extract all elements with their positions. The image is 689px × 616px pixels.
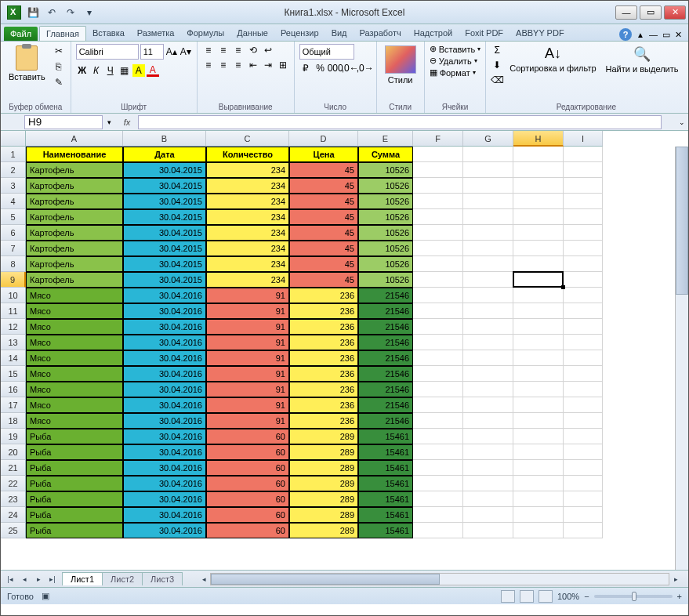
tab-foxit pdf[interactable]: Foxit PDF — [459, 26, 509, 41]
autosum-button[interactable]: Σ — [491, 44, 503, 56]
row-header-17[interactable]: 17 — [1, 397, 26, 413]
cell-D22[interactable]: 289 — [289, 476, 358, 491]
cell-B16[interactable]: 30.04.2016 — [123, 382, 206, 397]
cell-B18[interactable]: 30.04.2016 — [123, 413, 206, 429]
cell-I15[interactable] — [564, 366, 603, 382]
row-header-18[interactable]: 18 — [1, 413, 26, 429]
zoom-level[interactable]: 100% — [557, 592, 579, 601]
cell-C24[interactable]: 60 — [206, 507, 289, 523]
cell-E15[interactable]: 21546 — [358, 366, 413, 382]
row-header-11[interactable]: 11 — [1, 303, 26, 319]
cell-F4[interactable] — [413, 194, 463, 209]
row-header-21[interactable]: 21 — [1, 460, 26, 476]
cell-I11[interactable] — [564, 303, 603, 319]
cell-B14[interactable]: 30.04.2016 — [123, 350, 206, 366]
cell-G1[interactable] — [463, 147, 513, 162]
cell-G20[interactable] — [463, 444, 513, 460]
cell-G4[interactable] — [463, 194, 513, 209]
cell-H10[interactable] — [513, 288, 564, 303]
cell-C25[interactable]: 60 — [206, 523, 289, 538]
bold-button[interactable]: Ж — [76, 64, 89, 77]
cell-G21[interactable] — [463, 460, 513, 476]
col-header-D[interactable]: D — [289, 131, 358, 147]
cell-G22[interactable] — [463, 476, 513, 491]
cell-H5[interactable] — [513, 209, 564, 225]
cell-I22[interactable] — [564, 476, 603, 491]
cell-G2[interactable] — [463, 162, 513, 178]
row-header-25[interactable]: 25 — [1, 523, 26, 538]
cell-A11[interactable]: Мясо — [26, 303, 123, 319]
cell-A1[interactable]: Наименование — [26, 147, 123, 162]
cell-D13[interactable]: 236 — [289, 335, 358, 350]
row-header-2[interactable]: 2 — [1, 162, 26, 178]
tab-разметка[interactable]: Разметка — [131, 26, 181, 41]
cell-C15[interactable]: 91 — [206, 366, 289, 382]
cell-C21[interactable]: 60 — [206, 460, 289, 476]
row-header-13[interactable]: 13 — [1, 335, 26, 350]
cell-G25[interactable] — [463, 523, 513, 538]
cell-I24[interactable] — [564, 507, 603, 523]
cell-A13[interactable]: Мясо — [26, 335, 123, 350]
name-box[interactable] — [24, 115, 103, 129]
cell-C18[interactable]: 91 — [206, 413, 289, 429]
find-select-button[interactable]: 🔍 Найти и выделить — [603, 44, 682, 75]
cell-G11[interactable] — [463, 303, 513, 319]
cell-B9[interactable]: 30.04.2015 — [123, 272, 206, 288]
cell-F12[interactable] — [413, 319, 463, 335]
cell-F18[interactable] — [413, 413, 463, 429]
cell-A5[interactable]: Картофель — [26, 209, 123, 225]
cell-C12[interactable]: 91 — [206, 319, 289, 335]
cell-A17[interactable]: Мясо — [26, 397, 123, 413]
cell-D19[interactable]: 289 — [289, 429, 358, 444]
insert-cells-button[interactable]: ⊕Вставить▾ — [430, 44, 481, 54]
cell-B4[interactable]: 30.04.2015 — [123, 194, 206, 209]
increase-decimal-icon[interactable]: ,0← — [344, 62, 357, 74]
decrease-indent-icon[interactable]: ⇤ — [247, 59, 259, 71]
border-button[interactable]: ▦ — [118, 64, 131, 77]
cell-C1[interactable]: Количество — [206, 147, 289, 162]
cell-G19[interactable] — [463, 429, 513, 444]
cell-I7[interactable] — [564, 241, 603, 256]
cell-F23[interactable] — [413, 491, 463, 507]
col-header-F[interactable]: F — [413, 131, 463, 147]
cell-B25[interactable]: 30.04.2016 — [123, 523, 206, 538]
percent-icon[interactable]: % — [314, 62, 327, 74]
cell-H12[interactable] — [513, 319, 564, 335]
cell-A6[interactable]: Картофель — [26, 225, 123, 241]
delete-cells-button[interactable]: ⊖Удалить▾ — [430, 56, 477, 66]
cell-E14[interactable]: 21546 — [358, 350, 413, 366]
cell-A8[interactable]: Картофель — [26, 256, 123, 272]
cell-D8[interactable]: 45 — [289, 256, 358, 272]
help-icon[interactable]: ? — [619, 28, 632, 41]
redo-button[interactable]: ↷ — [63, 5, 78, 20]
cell-H8[interactable] — [513, 256, 564, 272]
tab-вид[interactable]: Вид — [325, 26, 354, 41]
sheet-nav-last[interactable]: ▸| — [46, 573, 59, 585]
cell-A3[interactable]: Картофель — [26, 178, 123, 194]
hscroll-left[interactable]: ◂ — [198, 573, 210, 585]
cell-C9[interactable]: 234 — [206, 272, 289, 288]
cell-I23[interactable] — [564, 491, 603, 507]
orientation-icon[interactable]: ⟲ — [247, 44, 259, 56]
cell-F13[interactable] — [413, 335, 463, 350]
cell-F6[interactable] — [413, 225, 463, 241]
cell-I2[interactable] — [564, 162, 603, 178]
cell-E2[interactable]: 10526 — [358, 162, 413, 178]
cell-A20[interactable]: Рыба — [26, 444, 123, 460]
cell-E12[interactable]: 21546 — [358, 319, 413, 335]
cell-D21[interactable]: 289 — [289, 460, 358, 476]
cell-G7[interactable] — [463, 241, 513, 256]
cell-H6[interactable] — [513, 225, 564, 241]
cell-G9[interactable] — [463, 272, 513, 288]
cell-C2[interactable]: 234 — [206, 162, 289, 178]
maximize-button[interactable]: ▭ — [640, 5, 662, 20]
cell-B13[interactable]: 30.04.2016 — [123, 335, 206, 350]
align-left-icon[interactable]: ≡ — [202, 59, 215, 71]
cell-E24[interactable]: 15461 — [358, 507, 413, 523]
cell-E1[interactable]: Сумма — [358, 147, 413, 162]
row-header-8[interactable]: 8 — [1, 256, 26, 272]
cell-D7[interactable]: 45 — [289, 241, 358, 256]
cell-C20[interactable]: 60 — [206, 444, 289, 460]
cell-H17[interactable] — [513, 397, 564, 413]
styles-button[interactable]: Стили — [382, 44, 419, 86]
